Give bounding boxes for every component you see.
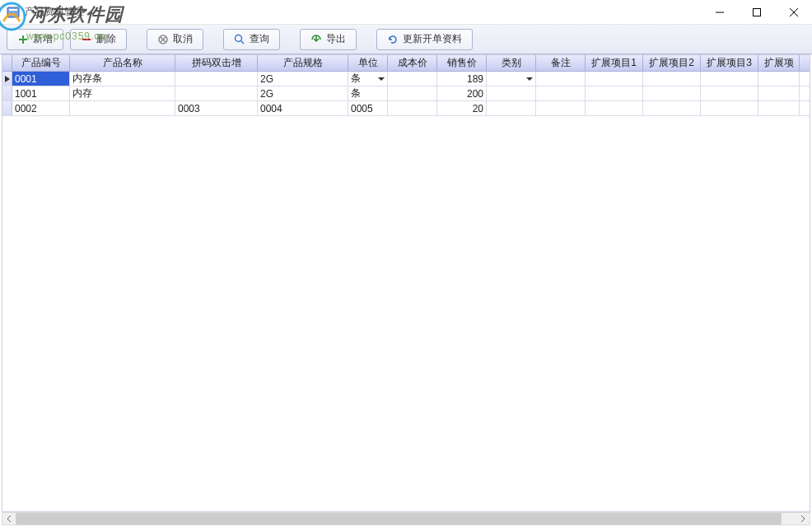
- cell-remark[interactable]: [536, 86, 586, 100]
- plus-icon: [17, 34, 29, 45]
- close-button[interactable]: [775, 0, 812, 25]
- col-header[interactable]: 单位: [348, 55, 388, 71]
- cancel-icon: [157, 34, 169, 45]
- cell-id[interactable]: 0002: [12, 101, 70, 115]
- cell-price[interactable]: 20: [437, 101, 487, 115]
- cell-e3[interactable]: [701, 86, 758, 100]
- cell-cost[interactable]: [388, 72, 437, 86]
- refresh-button[interactable]: 更新开单资料: [376, 29, 473, 50]
- chevron-down-icon[interactable]: [378, 77, 385, 81]
- cell-e2[interactable]: [643, 72, 701, 86]
- col-header[interactable]: 扩展项目2: [643, 55, 701, 71]
- export-icon: [310, 34, 322, 45]
- cell-name[interactable]: [70, 101, 175, 115]
- grid-header: 产品编号 产品名称 拼码双击增 产品规格 单位 成本价 销售价 类别 备注 扩展…: [2, 55, 810, 72]
- export-label: 导出: [326, 32, 346, 46]
- cell-remark[interactable]: [536, 101, 586, 115]
- query-button[interactable]: 查询: [223, 29, 280, 50]
- cell-cat[interactable]: [487, 72, 536, 86]
- minus-icon: [81, 34, 92, 45]
- cell-e3[interactable]: [701, 101, 758, 115]
- table-row[interactable]: 000200030004000520: [2, 101, 810, 116]
- cell-price[interactable]: 189: [437, 72, 487, 86]
- query-label: 查询: [250, 32, 269, 46]
- col-header[interactable]: 备注: [536, 55, 586, 71]
- col-header[interactable]: 拼码双击增: [175, 55, 258, 71]
- data-grid[interactable]: 产品编号 产品名称 拼码双击增 产品规格 单位 成本价 销售价 类别 备注 扩展…: [2, 54, 810, 512]
- col-header[interactable]: 产品编号: [12, 55, 70, 71]
- cell-spec[interactable]: 0004: [258, 101, 348, 115]
- maximize-button[interactable]: [738, 0, 775, 25]
- cell-spec[interactable]: 2G: [258, 72, 348, 86]
- cell-py[interactable]: [175, 86, 258, 100]
- cell-unit[interactable]: 0005: [348, 101, 388, 115]
- cell-e2[interactable]: [643, 101, 701, 115]
- svg-line-14: [241, 40, 245, 44]
- horizontal-scrollbar[interactable]: [2, 512, 810, 525]
- svg-rect-2: [9, 9, 17, 11]
- cell-remark[interactable]: [536, 72, 586, 86]
- scroll-left-arrow[interactable]: [2, 513, 16, 525]
- cell-py[interactable]: [175, 72, 258, 86]
- cell-unit[interactable]: 条: [348, 86, 388, 100]
- col-header[interactable]: 成本价: [388, 55, 437, 71]
- refresh-label: 更新开单资料: [403, 32, 462, 46]
- svg-rect-4: [753, 9, 760, 16]
- row-indicator: [2, 72, 12, 86]
- delete-button[interactable]: 删除: [70, 29, 127, 50]
- cell-name[interactable]: 内存: [70, 86, 175, 100]
- scroll-track[interactable]: [16, 513, 796, 525]
- cell-cat[interactable]: [487, 86, 536, 100]
- col-header[interactable]: 销售价: [437, 55, 487, 71]
- grid-body: 0001内存条2G条1891001内存2G条200000200030004000…: [2, 72, 810, 116]
- chevron-down-icon[interactable]: [526, 77, 533, 81]
- col-header[interactable]: 扩展项目1: [586, 55, 643, 71]
- cell-e2[interactable]: [643, 86, 701, 100]
- export-button[interactable]: 导出: [300, 29, 357, 50]
- app-icon: [7, 6, 20, 19]
- row-indicator: [2, 86, 12, 100]
- cell-cost[interactable]: [388, 101, 437, 115]
- cell-cost[interactable]: [388, 86, 437, 100]
- cell-e4[interactable]: [758, 86, 800, 100]
- row-indicator: [2, 101, 12, 115]
- cell-e3[interactable]: [701, 72, 758, 86]
- row-indicator-header: [2, 55, 12, 71]
- minimize-button[interactable]: [701, 0, 738, 25]
- add-label: 新增: [33, 32, 53, 46]
- cell-name[interactable]: 内存条: [70, 72, 175, 86]
- cell-cat[interactable]: [487, 101, 536, 115]
- cancel-button[interactable]: 取消: [147, 29, 203, 50]
- svg-point-13: [236, 35, 242, 41]
- refresh-icon: [387, 34, 399, 45]
- col-header[interactable]: 产品名称: [70, 55, 175, 71]
- cell-e1[interactable]: [586, 86, 643, 100]
- scroll-thumb[interactable]: [16, 513, 782, 525]
- cell-e4[interactable]: [758, 72, 800, 86]
- col-header[interactable]: 扩展项: [758, 55, 800, 71]
- table-row[interactable]: 0001内存条2G条189: [2, 72, 810, 86]
- cell-spec[interactable]: 2G: [258, 86, 348, 100]
- delete-label: 删除: [96, 32, 116, 46]
- col-header[interactable]: 类别: [487, 55, 536, 71]
- cell-price[interactable]: 200: [437, 86, 487, 100]
- cell-e1[interactable]: [586, 72, 643, 86]
- title-bar: 产品资料管理: [0, 0, 812, 25]
- window-title: 产品资料管理: [25, 5, 84, 19]
- add-button[interactable]: 新增: [7, 29, 63, 50]
- cell-id[interactable]: 1001: [12, 86, 70, 100]
- search-icon: [234, 34, 245, 45]
- cell-e1[interactable]: [586, 101, 643, 115]
- scroll-right-arrow[interactable]: [796, 513, 810, 525]
- cancel-label: 取消: [173, 32, 193, 46]
- cell-py[interactable]: 0003: [175, 101, 258, 115]
- svg-rect-1: [7, 7, 19, 17]
- cell-unit[interactable]: 条: [348, 72, 388, 86]
- table-row[interactable]: 1001内存2G条200: [2, 86, 810, 101]
- toolbar: 新增 删除 取消 查询 导出 更新开单资料: [0, 25, 812, 54]
- col-header[interactable]: 产品规格: [258, 55, 348, 71]
- cell-e4[interactable]: [758, 101, 800, 115]
- cell-id[interactable]: 0001: [12, 72, 70, 86]
- col-header[interactable]: 扩展项目3: [701, 55, 758, 71]
